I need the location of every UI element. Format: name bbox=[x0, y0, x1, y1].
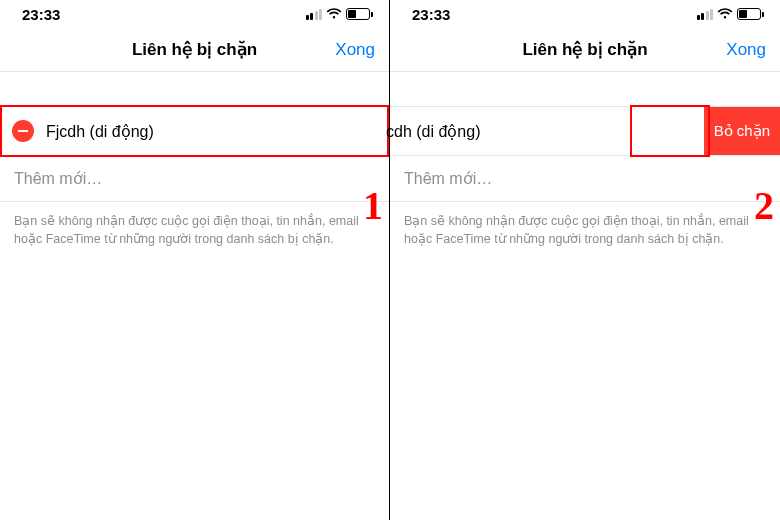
nav-header: Liên hệ bị chặn Xong bbox=[0, 28, 389, 72]
add-new-row[interactable]: Thêm mới… bbox=[390, 156, 780, 202]
status-time: 23:33 bbox=[22, 6, 60, 23]
done-button[interactable]: Xong bbox=[726, 40, 766, 60]
done-button[interactable]: Xong bbox=[335, 40, 375, 60]
contact-row[interactable]: Fjcdh (di động) bbox=[0, 107, 389, 155]
status-icons bbox=[306, 8, 374, 20]
blocked-contacts-section: cdh (di động) Bỏ chặn bbox=[390, 106, 780, 156]
status-bar: 23:33 bbox=[390, 0, 780, 28]
footer-description: Bạn sẽ không nhận được cuộc gọi điện tho… bbox=[0, 202, 389, 258]
nav-header: Liên hệ bị chặn Xong bbox=[390, 28, 780, 72]
page-title: Liên hệ bị chặn bbox=[522, 39, 647, 60]
contact-name: Fjcdh (di động) bbox=[46, 122, 154, 141]
add-new-label: Thêm mới… bbox=[14, 169, 102, 188]
footer-description: Bạn sẽ không nhận được cuộc gọi điện tho… bbox=[390, 202, 780, 258]
status-icons bbox=[697, 8, 765, 20]
delete-icon[interactable] bbox=[12, 120, 34, 142]
wifi-icon bbox=[717, 8, 733, 20]
unblock-button[interactable]: Bỏ chặn bbox=[704, 107, 780, 155]
page-title: Liên hệ bị chặn bbox=[132, 39, 257, 60]
step-number: 2 bbox=[754, 182, 774, 229]
add-new-row[interactable]: Thêm mới… bbox=[0, 156, 389, 202]
battery-icon bbox=[737, 8, 764, 20]
highlight-box bbox=[630, 105, 710, 157]
status-bar: 23:33 bbox=[0, 0, 389, 28]
screenshot-pane-2: 23:33 Liên hệ bị chặn Xong bbox=[390, 0, 780, 520]
battery-icon bbox=[346, 8, 373, 20]
contact-row-swiped[interactable]: cdh (di động) Bỏ chặn bbox=[390, 107, 780, 155]
add-new-label: Thêm mới… bbox=[404, 169, 492, 188]
contact-name: cdh (di động) bbox=[386, 122, 481, 141]
signal-icon bbox=[697, 8, 714, 20]
wifi-icon bbox=[326, 8, 342, 20]
step-number: 1 bbox=[363, 182, 383, 229]
blocked-contacts-section: Fjcdh (di động) bbox=[0, 106, 389, 156]
status-time: 23:33 bbox=[412, 6, 450, 23]
screenshot-pane-1: 23:33 Liên hệ bị chặn Xong bbox=[0, 0, 390, 520]
signal-icon bbox=[306, 8, 323, 20]
